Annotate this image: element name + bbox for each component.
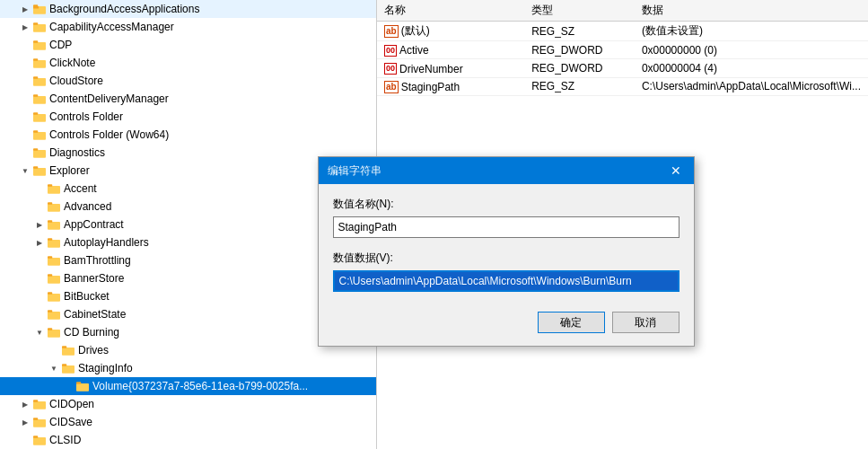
folder-icon	[47, 307, 61, 321]
svg-rect-18	[33, 148, 38, 151]
tree-label: ClickNote	[49, 57, 95, 69]
reg-type-icon: ab	[384, 25, 399, 38]
tree-label: ContentDeliveryManager	[49, 92, 169, 105]
tree-label: CIDSave	[49, 416, 92, 428]
folder-icon-selected	[75, 379, 90, 393]
svg-rect-32	[48, 274, 52, 277]
folder-icon	[32, 128, 47, 142]
folder-icon	[47, 289, 61, 304]
table-row[interactable]: 00 DriveNumber REG_DWORD 0x00000004 (4)	[377, 59, 868, 77]
tree-item-StagingInfo[interactable]: StagingInfo	[0, 359, 376, 377]
svg-rect-39	[62, 348, 75, 356]
tree-item-CDP[interactable]: CDP	[0, 36, 376, 54]
svg-rect-35	[48, 312, 60, 320]
svg-rect-44	[76, 382, 81, 384]
tree-label: Drives	[78, 344, 109, 357]
svg-rect-21	[48, 186, 60, 194]
folder-icon	[32, 397, 47, 411]
svg-rect-30	[48, 256, 52, 259]
cancel-button[interactable]: 取消	[612, 312, 679, 333]
toggle-BackgroundAccessApplications[interactable]	[18, 2, 32, 16]
folder-icon	[32, 145, 47, 160]
tree-item-Volume037[interactable]: Volume{037237a7-85e6-11ea-b799-0025fa...	[0, 377, 376, 395]
reg-data: 0x00000004 (4)	[635, 59, 868, 77]
tree-label: Explorer	[49, 164, 90, 177]
reg-data: 0x00000000 (0)	[635, 41, 868, 59]
svg-rect-50	[33, 436, 38, 438]
svg-rect-46	[33, 400, 38, 402]
tree-label: Volume{037237a7-85e6-11ea-b799-0025fa...	[92, 380, 308, 392]
tree-label: Advanced	[64, 200, 111, 213]
svg-rect-43	[76, 383, 89, 392]
tree-item-ContentDeliveryManager[interactable]: ContentDeliveryManager	[0, 90, 376, 108]
tree-label: Controls Folder (Wow64)	[49, 128, 169, 141]
svg-rect-33	[48, 294, 60, 302]
toggle-AutoplayHandlers[interactable]	[32, 235, 47, 250]
dialog-title-bar: 编辑字符串 ✕	[319, 157, 694, 184]
col-name: 名称	[377, 0, 524, 22]
tree-item-CIDSave[interactable]: CIDSave	[0, 413, 376, 431]
reg-type: REG_DWORD	[524, 59, 635, 77]
folder-icon	[32, 56, 47, 70]
svg-rect-41	[62, 365, 75, 374]
value-data-input[interactable]	[333, 270, 679, 292]
svg-rect-36	[48, 310, 52, 313]
tree-label: BannerStore	[64, 272, 124, 285]
tree-label: Accent	[64, 182, 97, 195]
reg-name: ab StagingPath	[377, 77, 524, 95]
svg-rect-16	[33, 130, 38, 133]
reg-type: REG_SZ	[524, 22, 635, 41]
dialog-title: 编辑字符串	[328, 163, 381, 179]
table-row[interactable]: ab (默认) REG_SZ (数值未设置)	[377, 22, 868, 41]
svg-rect-6	[33, 40, 38, 43]
reg-name: 00 Active	[377, 41, 524, 59]
dialog-close-button[interactable]: ✕	[667, 162, 685, 180]
tree-label: AppContract	[64, 218, 124, 231]
tree-label: CloudStore	[49, 75, 103, 87]
ok-button[interactable]: 确定	[538, 312, 605, 333]
folder-icon	[47, 325, 61, 339]
tree-label: CabinetState	[64, 308, 126, 321]
svg-rect-15	[33, 132, 46, 140]
table-row[interactable]: 00 Active REG_DWORD 0x00000000 (0)	[377, 41, 868, 59]
toggle-CapabilityAccessManager[interactable]	[18, 20, 32, 34]
tree-item-CapabilityAccessManager[interactable]: CapabilityAccessManager	[0, 18, 376, 36]
svg-rect-23	[48, 204, 60, 212]
svg-rect-19	[33, 168, 46, 176]
svg-rect-14	[33, 112, 38, 115]
svg-rect-26	[48, 220, 52, 223]
tree-label: Diagnostics	[49, 146, 105, 159]
tree-label: CD Burning	[64, 326, 119, 339]
toggle-StagingInfo[interactable]	[47, 361, 61, 375]
svg-rect-37	[48, 330, 60, 338]
toggle-Explorer[interactable]	[18, 163, 32, 178]
folder-icon	[47, 181, 61, 196]
dialog-buttons: 确定 取消	[333, 312, 679, 333]
tree-label: CLSID	[49, 434, 81, 446]
table-row[interactable]: ab StagingPath REG_SZ C:\Users\admin\App…	[377, 77, 868, 95]
tree-item-ClickNote[interactable]: ClickNote	[0, 54, 376, 72]
svg-rect-38	[48, 328, 52, 330]
svg-rect-49	[33, 437, 46, 445]
tree-item-CloudStore[interactable]: CloudStore	[0, 72, 376, 90]
tree-item-CIDOpen[interactable]: CIDOpen	[0, 395, 376, 413]
toggle-CDBurning[interactable]	[32, 325, 47, 339]
toggle-CIDSave[interactable]	[18, 415, 32, 429]
folder-icon	[47, 235, 61, 250]
svg-rect-28	[48, 238, 52, 241]
value-name-input[interactable]	[333, 216, 679, 238]
tree-label: BackgroundAccessApplications	[49, 3, 199, 15]
tree-item-CLSID[interactable]: CLSID	[0, 431, 376, 449]
value-data-label: 数值数据(V):	[333, 251, 679, 266]
tree-item-ControlsFolderWow64[interactable]: Controls Folder (Wow64)	[0, 126, 376, 144]
tree-item-ControlsFolder[interactable]: Controls Folder	[0, 108, 376, 126]
tree-item-BackgroundAccessApplications[interactable]: BackgroundAccessApplications	[0, 0, 376, 18]
toggle-CIDOpen[interactable]	[18, 397, 32, 411]
svg-rect-12	[33, 94, 38, 97]
toggle-AppContract[interactable]	[32, 217, 47, 232]
svg-rect-11	[33, 96, 46, 104]
reg-data: C:\Users\admin\AppData\Local\Microsoft\W…	[635, 77, 868, 95]
svg-rect-13	[33, 114, 46, 122]
svg-rect-22	[48, 184, 52, 187]
folder-icon	[32, 92, 47, 106]
